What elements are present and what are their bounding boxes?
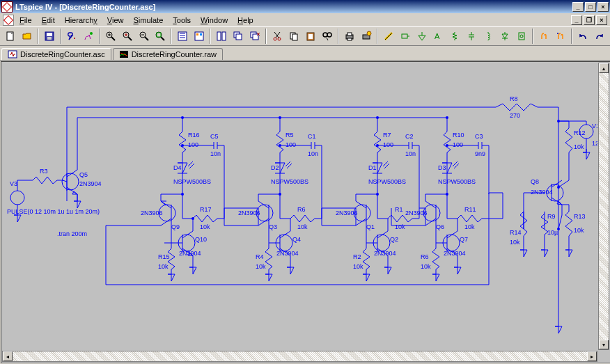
- place-capacitor-button[interactable]: [464, 29, 479, 44]
- menu-window[interactable]: Window: [196, 15, 232, 26]
- place-resistor-button[interactable]: [448, 29, 463, 44]
- undo-button[interactable]: [575, 29, 591, 44]
- vertical-scrollbar[interactable]: ▴ ▾: [598, 63, 609, 350]
- svg-text:R4: R4: [256, 253, 264, 260]
- svg-text:Q10: Q10: [195, 236, 207, 243]
- halt-button[interactable]: [81, 29, 96, 44]
- close-win-button[interactable]: [247, 29, 263, 44]
- svg-text:Q6: Q6: [436, 223, 444, 230]
- svg-point-154: [181, 116, 184, 119]
- svg-text:Q3: Q3: [269, 223, 277, 230]
- mdi-minimize-button[interactable]: _: [571, 15, 582, 25]
- scroll-left-button[interactable]: ◂: [3, 351, 13, 361]
- schematic-canvas[interactable]: R8 270 V1 12 R12 10k Q8 2N3904 R13 10k R…: [1, 61, 610, 363]
- window-title: LTspice IV - [DiscreteRingCounter.asc]: [15, 3, 572, 11]
- zoom-area-button[interactable]: [103, 29, 118, 44]
- svg-point-34: [278, 38, 281, 40]
- svg-rect-25: [217, 32, 221, 40]
- svg-point-142: [446, 144, 448, 147]
- svg-text:100: 100: [453, 141, 463, 148]
- place-ground-button[interactable]: [414, 29, 430, 44]
- svg-text:C2: C2: [405, 133, 414, 140]
- draw-wire-button[interactable]: [381, 29, 396, 44]
- mdi-app-icon[interactable]: [3, 15, 14, 26]
- place-component-button[interactable]: [514, 29, 529, 44]
- menu-hierarchy[interactable]: Hierarchy: [61, 15, 102, 26]
- svg-text:R16: R16: [188, 132, 200, 139]
- svg-text:R6: R6: [421, 253, 429, 260]
- svg-text:V1: V1: [592, 122, 597, 129]
- svg-text:2N3906: 2N3906: [405, 209, 428, 216]
- open-button[interactable]: [19, 29, 35, 44]
- cut-button[interactable]: [269, 29, 285, 44]
- svg-text:.tran 200m: .tran 200m: [57, 230, 87, 237]
- pan-button[interactable]: [120, 29, 135, 44]
- cascade-button[interactable]: [230, 29, 246, 44]
- mdi-restore-button[interactable]: ❐: [584, 15, 595, 25]
- svg-text:100: 100: [286, 141, 296, 148]
- save-button[interactable]: [42, 29, 57, 44]
- menu-edit[interactable]: Edit: [38, 15, 59, 26]
- find-button[interactable]: [320, 29, 335, 44]
- svg-text:10n: 10n: [210, 150, 221, 157]
- svg-point-51: [557, 33, 558, 34]
- window-titlebar: LTspice IV - [DiscreteRingCounter.asc] _…: [0, 0, 610, 13]
- move-button[interactable]: [536, 29, 552, 44]
- menu-file[interactable]: File: [15, 15, 36, 26]
- svg-text:NSPW500BS: NSPW500BS: [173, 178, 211, 185]
- svg-line-41: [327, 38, 328, 40]
- svg-text:10k: 10k: [510, 239, 520, 246]
- svg-text:PULSE(0 12 10m 1u 1u 1m 20m): PULSE(0 12 10m 1u 1u 1m 20m): [7, 208, 100, 215]
- svg-text:2N3904: 2N3904: [276, 250, 299, 257]
- svg-text:R11: R11: [464, 206, 476, 213]
- svg-point-155: [279, 116, 281, 119]
- window-minimize-button[interactable]: _: [572, 2, 584, 12]
- place-diode-button[interactable]: [497, 29, 513, 44]
- drag-button[interactable]: [553, 29, 568, 44]
- scroll-down-button[interactable]: ▾: [599, 340, 609, 349]
- tab-waveform[interactable]: DiscreteRingCounter.raw: [113, 48, 223, 60]
- window-close-button[interactable]: ×: [597, 2, 609, 12]
- tile-button[interactable]: [214, 29, 229, 44]
- new-schematic-button[interactable]: [3, 29, 18, 44]
- control-panel-button[interactable]: [191, 29, 207, 44]
- tab-schematic[interactable]: DiscreteRingCounter.asc: [1, 48, 111, 60]
- print-button[interactable]: [342, 29, 357, 44]
- label-button[interactable]: A: [431, 29, 446, 44]
- menu-simulate[interactable]: Simulate: [129, 15, 167, 26]
- window-maximize-button[interactable]: □: [585, 2, 596, 12]
- autorange-button[interactable]: [175, 29, 190, 44]
- document-tabbar: DiscreteRingCounter.asc DiscreteRingCoun…: [0, 46, 610, 61]
- run-button[interactable]: [64, 29, 79, 44]
- svg-point-40: [327, 33, 331, 37]
- setup-button[interactable]: [359, 29, 374, 44]
- svg-text:C5: C5: [210, 133, 219, 140]
- place-inductor-button[interactable]: [480, 29, 496, 44]
- menu-view[interactable]: View: [103, 15, 128, 26]
- paste-button[interactable]: [303, 29, 318, 44]
- svg-text:10k: 10k: [256, 263, 266, 270]
- svg-point-128: [376, 193, 379, 196]
- redo-button[interactable]: [592, 29, 607, 44]
- menu-help[interactable]: Help: [233, 15, 258, 26]
- scroll-up-button[interactable]: ▴: [599, 63, 609, 73]
- svg-text:R15: R15: [158, 253, 170, 260]
- svg-text:D2: D2: [271, 164, 279, 171]
- svg-text:NSPW500BS: NSPW500BS: [271, 178, 308, 185]
- svg-point-110: [279, 193, 281, 196]
- net-label-button[interactable]: [398, 29, 413, 44]
- mdi-close-button[interactable]: ×: [596, 15, 607, 25]
- svg-text:D3: D3: [438, 164, 446, 171]
- zoom-fit-button[interactable]: [153, 29, 169, 44]
- zoom-back-button[interactable]: [136, 29, 152, 44]
- svg-point-91: [181, 193, 184, 196]
- scroll-right-button[interactable]: ▸: [587, 351, 597, 361]
- svg-text:R6: R6: [297, 206, 306, 213]
- copy-button[interactable]: [286, 29, 302, 44]
- svg-text:Q7: Q7: [460, 236, 468, 243]
- menu-tools[interactable]: Tools: [169, 15, 195, 26]
- horizontal-scrollbar[interactable]: ◂ ▸: [2, 351, 597, 362]
- tab-label: DiscreteRingCounter.asc: [20, 50, 105, 58]
- svg-text:2N3904: 2N3904: [179, 250, 201, 257]
- svg-point-146: [446, 193, 448, 196]
